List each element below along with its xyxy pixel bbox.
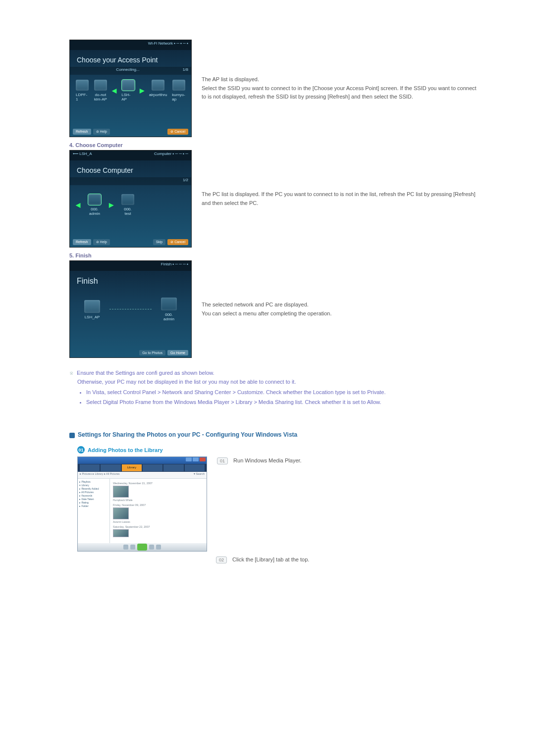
- screenshot-choose-ap: Wi-Fi Network ▪ ─ ▪ ─ ▪ Choose your Acce…: [69, 40, 192, 137]
- finish-bottombar: Go to Photos Go Home: [73, 350, 188, 355]
- wifi-icon: [76, 80, 89, 91]
- ap-topbar-right: Wi-Fi Network ▪ ─ ▪ ─ ▪: [148, 41, 188, 46]
- date-header: Saturday, September 22, 2007: [113, 525, 204, 528]
- date-header: Wednesday, November 21, 2007: [113, 482, 204, 485]
- pc-topbar: ⟵ LSH_A Computer ▪ ─ ─ ▪ ─: [70, 151, 191, 160]
- step3-row: Wi-Fi Network ▪ ─ ▪ ─ ▪ Choose your Acce…: [69, 40, 481, 137]
- wmp-step-02: 02 Click the [Library] tab at the top.: [216, 556, 481, 563]
- go-to-photos-button[interactable]: Go to Photos: [139, 350, 165, 355]
- wmp-tab-library[interactable]: Library: [122, 464, 142, 471]
- arrow-right-icon[interactable]: ▶: [109, 202, 113, 208]
- ap-item-selected[interactable]: LSH-AP: [121, 80, 135, 101]
- pc-item-selected[interactable]: 000. admin: [85, 194, 104, 216]
- wmp-pathbar: ▸ Pictures ▸ Library ▸ All Pictures ▾ Se…: [78, 472, 207, 479]
- finish-pc-label: 000. admin: [163, 312, 174, 321]
- ap-body: LDPF-1 do-not kim-AP ◀ LSH-AP ▶ airportt…: [70, 75, 191, 106]
- step-number-badge: 02: [216, 556, 227, 563]
- note-bullet-2: Select Digital Photo Frame from the Wind…: [86, 398, 481, 407]
- step4-desc: The PC list is displayed. If the PC you …: [202, 190, 481, 207]
- wmp-main: ▸ Playlists ▾ Library ▸ Recently Added ▸…: [78, 479, 207, 546]
- finish-window-title: Finish: [70, 271, 191, 289]
- tree-item[interactable]: ▸ Recently Added: [79, 487, 108, 491]
- pc-topbar-right: Computer ▪ ─ ─ ▪ ─: [154, 151, 188, 159]
- wmp-player-controls: [78, 543, 207, 551]
- tree-item[interactable]: ▸ Playlists: [79, 480, 108, 484]
- tree-item[interactable]: ▸ Date Taken: [79, 498, 108, 501]
- wmp-steps: 01 Run Windows Media Player.: [217, 456, 481, 468]
- step5-desc: The selected network and PC are displaye…: [202, 301, 481, 318]
- tree-item[interactable]: ▸ Keywords: [79, 494, 108, 498]
- finish-pc-item: 000. admin: [157, 298, 181, 321]
- help-button[interactable]: ⊘ Help: [93, 239, 110, 245]
- wmp-search[interactable]: ▾ Search: [194, 472, 205, 478]
- wmp-breadcrumb[interactable]: ▸ Pictures ▸ Library ▸ All Pictures: [80, 472, 120, 478]
- stop-icon[interactable]: [130, 545, 135, 550]
- wifi-icon: [122, 80, 135, 91]
- pc-item[interactable]: 000. test: [118, 194, 137, 216]
- photo-caption: Autumn Leaves: [113, 520, 204, 523]
- cancel-button[interactable]: ⊘ Cancel: [167, 129, 188, 135]
- photo-thumb[interactable]: [113, 529, 129, 537]
- vol-icon[interactable]: [156, 545, 161, 550]
- help-button[interactable]: ⊘ Help: [93, 129, 110, 135]
- step4-row: ⟵ LSH_A Computer ▪ ─ ─ ▪ ─ Choose Comput…: [69, 150, 481, 248]
- close-icon[interactable]: [200, 457, 206, 461]
- wmp-tab[interactable]: [101, 464, 120, 471]
- maximize-icon[interactable]: [193, 457, 199, 461]
- pc-icon: [88, 194, 101, 205]
- step3-desc: The AP list is displayed. Select the SSI…: [202, 75, 481, 101]
- pc-window-title: Choose Computer: [70, 160, 191, 177]
- wifi-icon: [152, 80, 164, 91]
- pc-body: ◀ 000. admin ▶ 000. test: [70, 185, 191, 221]
- tree-item[interactable]: ▾ Library: [79, 484, 108, 487]
- photo-thumb[interactable]: [113, 486, 129, 498]
- wmp-tab[interactable]: [185, 464, 205, 471]
- play-icon[interactable]: [137, 544, 147, 551]
- pc-icon: [161, 298, 177, 310]
- date-header: Friday, November 09, 2007: [113, 504, 204, 506]
- step-text: Click the [Library] tab at the top.: [232, 556, 309, 562]
- finish-body: LSH_AP 000. admin: [70, 289, 191, 326]
- tree-item[interactable]: ▸ All Pictures: [79, 491, 108, 494]
- cancel-button[interactable]: ⊘ Cancel: [167, 239, 188, 245]
- wmp-tree[interactable]: ▸ Playlists ▾ Library ▸ Recently Added ▸…: [78, 479, 110, 546]
- photo-thumb[interactable]: [113, 507, 129, 519]
- minimize-icon[interactable]: [186, 457, 192, 461]
- note-block: ※ Ensure that the Settings are confi gur…: [69, 369, 481, 406]
- ap-page-indicator: 1/8: [183, 67, 188, 74]
- finish-topbar-right: Finish ▪ ─ ─ ─ ▪: [161, 262, 188, 266]
- page-container: Wi-Fi Network ▪ ─ ▪ ─ ▪ Choose your Acce…: [0, 0, 535, 597]
- tree-item[interactable]: ▸ Rating: [79, 501, 108, 504]
- screenshot-wmp: Library ▸ Pictures ▸ Library ▸ All Pictu…: [77, 456, 207, 552]
- pc-page-indicator: 1/2: [183, 178, 188, 185]
- wmp-tab[interactable]: [163, 464, 183, 471]
- wmp-titlebar: [78, 457, 207, 464]
- ap-item[interactable]: do-not kim-AP: [94, 80, 107, 101]
- ap-item[interactable]: LDPF-1: [76, 80, 89, 101]
- wmp-tab[interactable]: [143, 464, 162, 471]
- ap-connecting-label: Connecting...: [116, 67, 139, 74]
- step-number-badge: 01: [217, 457, 228, 464]
- go-home-button[interactable]: Go Home: [167, 350, 188, 355]
- subsection-heading: 01 Adding Photos to the Library: [77, 446, 481, 454]
- ap-label: LDPF-1: [76, 93, 89, 101]
- wmp-tab[interactable]: [80, 464, 100, 471]
- pc-topbar-left[interactable]: ⟵ LSH_A: [73, 151, 92, 159]
- refresh-button[interactable]: Refresh: [73, 129, 91, 135]
- ap-label: do-not kim-AP: [94, 93, 107, 101]
- arrow-left-icon[interactable]: ◀: [112, 87, 116, 94]
- pc-label: 000. admin: [89, 207, 100, 216]
- finish-ap-label: LSH_AP: [85, 315, 100, 319]
- refresh-button[interactable]: Refresh: [73, 239, 91, 245]
- prev-icon[interactable]: [123, 545, 128, 550]
- skip-button[interactable]: Skip: [153, 239, 166, 245]
- arrow-right-icon[interactable]: ▶: [140, 87, 144, 94]
- next-icon[interactable]: [149, 545, 154, 550]
- pc-icon: [121, 194, 134, 205]
- tree-item[interactable]: ▸ Folder: [79, 504, 108, 508]
- ap-item[interactable]: kumyo-ap: [172, 80, 185, 101]
- ap-subbar: Connecting... 1/8: [70, 67, 191, 75]
- ap-item[interactable]: airportthru: [149, 80, 167, 97]
- ap-topbar: Wi-Fi Network ▪ ─ ▪ ─ ▪: [70, 40, 191, 50]
- arrow-left-icon[interactable]: ◀: [76, 202, 80, 208]
